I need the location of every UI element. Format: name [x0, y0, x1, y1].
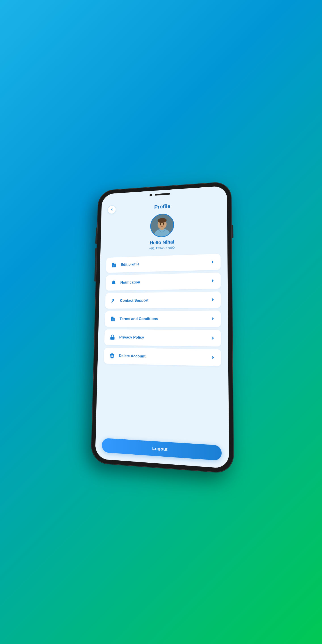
- chevron-right-icon-3: [209, 296, 216, 303]
- back-button[interactable]: [107, 205, 116, 214]
- trash-icon: [108, 352, 116, 360]
- menu-list: Edit profile: [102, 254, 221, 440]
- chevron-right-icon-4: [210, 316, 216, 322]
- svg-point-10: [114, 302, 114, 302]
- chevron-right-icon-5: [210, 335, 216, 341]
- menu-label-delete-account: Delete Account: [119, 354, 210, 360]
- user-phone: +91 12345 67890: [149, 246, 175, 250]
- chevron-right-icon-6: [210, 354, 216, 361]
- logout-button[interactable]: Logout: [102, 438, 222, 461]
- contact-support-icon: [109, 297, 117, 305]
- camera-notch: [149, 194, 152, 196]
- lock-icon: [108, 334, 116, 342]
- document-icon: [109, 315, 117, 323]
- phone-screen: Profile: [95, 186, 229, 469]
- app-content: Profile: [95, 196, 229, 469]
- menu-label-terms: Terms and Conditions: [120, 316, 210, 321]
- svg-point-9: [112, 299, 114, 301]
- header: Profile: [107, 200, 220, 213]
- menu-item-terms[interactable]: Terms and Conditions: [105, 310, 221, 327]
- phone-shell: Profile: [91, 182, 233, 474]
- menu-item-delete-account[interactable]: Delete Account: [104, 348, 221, 366]
- menu-item-edit-profile[interactable]: Edit profile: [106, 254, 221, 273]
- menu-label-privacy: Privacy Policy: [119, 335, 210, 340]
- phone-wrapper: Profile: [91, 182, 233, 474]
- menu-label-edit-profile: Edit profile: [121, 260, 210, 267]
- speaker: [155, 193, 170, 196]
- document-edit-icon: [110, 261, 118, 269]
- user-name: Hello Nihal: [149, 239, 174, 246]
- page-title: Profile: [154, 203, 170, 210]
- avatar-section: Hello Nihal +91 12345 67890: [106, 210, 220, 252]
- menu-item-privacy[interactable]: Privacy Policy: [104, 330, 221, 346]
- avatar: [150, 213, 174, 238]
- menu-item-notification[interactable]: Notification: [105, 272, 221, 291]
- menu-label-contact-support: Contact Support: [120, 298, 209, 303]
- menu-item-contact-support[interactable]: Contact Support: [105, 291, 221, 308]
- chevron-right-icon: [209, 259, 216, 265]
- bell-icon: [110, 279, 117, 287]
- menu-label-notification: Notification: [120, 278, 209, 285]
- chevron-right-icon-2: [209, 278, 216, 284]
